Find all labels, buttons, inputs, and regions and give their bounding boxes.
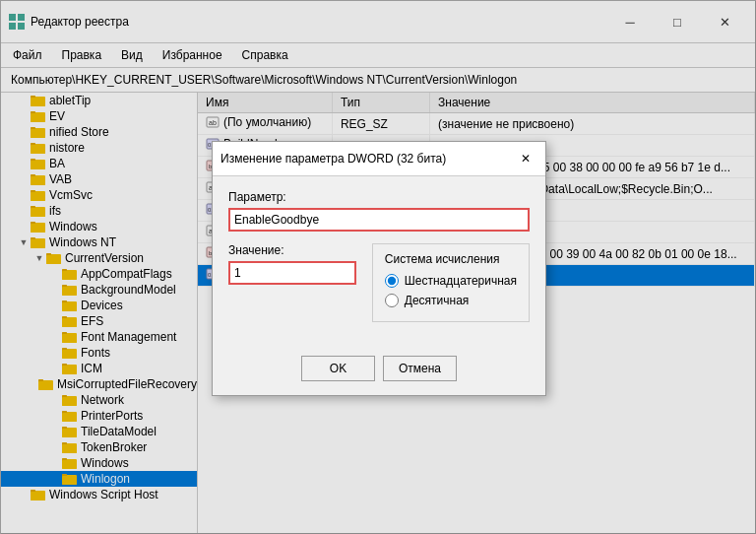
param-input[interactable] [228, 208, 530, 232]
radio-hex-text: Шестнадцатеричная [405, 274, 517, 288]
radio-hex-label[interactable]: Шестнадцатеричная [385, 274, 517, 288]
number-system-group: Система исчисления Шестнадцатеричная Дес… [372, 243, 530, 322]
value-input[interactable] [228, 261, 356, 285]
param-label: Параметр: [228, 190, 530, 204]
form-left: Значение: [228, 243, 356, 322]
dialog-buttons: OK Отмена [213, 348, 545, 395]
cancel-button[interactable]: Отмена [383, 356, 457, 381]
number-system-label: Система исчисления [385, 252, 517, 266]
radio-dec[interactable] [385, 294, 399, 307]
radio-hex[interactable] [385, 274, 399, 288]
value-label: Значение: [228, 243, 356, 257]
radio-dec-label[interactable]: Десятичная [385, 294, 517, 307]
dword-dialog: Изменение параметра DWORD (32 бита) ✕ Па… [212, 141, 546, 396]
registry-editor-window: Редактор реестра ─ □ ✕ Файл Правка Вид И… [0, 0, 756, 534]
form-row: Значение: Система исчисления Шестнадцате… [228, 243, 530, 322]
dialog-titlebar: Изменение параметра DWORD (32 бита) ✕ [213, 142, 545, 176]
dialog-close-button[interactable]: ✕ [514, 148, 537, 169]
dialog-title: Изменение параметра DWORD (32 бита) [220, 152, 514, 166]
radio-dec-text: Десятичная [405, 294, 470, 307]
dialog-body: Параметр: Значение: Система исчисления Ш… [213, 176, 545, 348]
modal-overlay: Изменение параметра DWORD (32 бита) ✕ Па… [1, 1, 756, 534]
ok-button[interactable]: OK [301, 356, 375, 381]
